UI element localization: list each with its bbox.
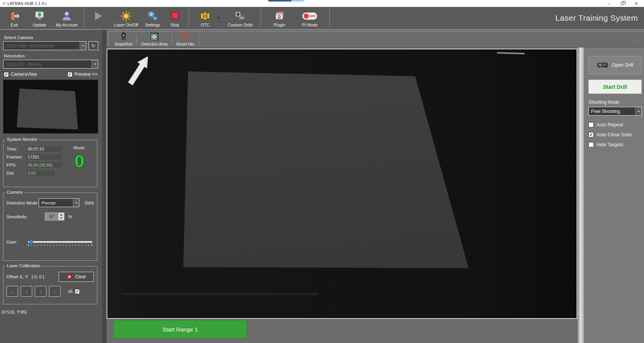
close-icon: ✕: [634, 1, 638, 6]
checkbox-box: [588, 122, 594, 127]
minimize-icon: –: [608, 1, 610, 6]
restore-button[interactable]: [616, 0, 629, 7]
custom-drills-button[interactable]: Custom Drills: [223, 7, 258, 29]
laser-calibration-title: Laser Calibration: [5, 263, 42, 268]
gain-slider[interactable]: [28, 239, 92, 246]
start-drill-label: Start Drill: [603, 84, 627, 90]
camera-live-view[interactable]: [107, 49, 577, 319]
close-button[interactable]: ✕: [629, 0, 643, 7]
pi-mode-state: OFF: [309, 15, 315, 18]
laser-on-off-button[interactable]: Laser On/Off: [111, 7, 141, 29]
clear-x-icon: [67, 274, 72, 279]
panel-divider: [577, 47, 584, 343]
offset-left-button[interactable]: ←: [7, 286, 18, 297]
settings-button[interactable]: Settings: [141, 7, 164, 29]
my-account-button[interactable]: My Account: [52, 7, 81, 29]
left-arrow-icon: ←: [10, 288, 15, 295]
open-drill-button[interactable]: Open Drill: [588, 56, 642, 74]
fps-label: FPS:: [7, 163, 26, 167]
drill-panel: Open Drill Start Drill Shooting Mode Fre…: [584, 47, 644, 343]
play-icon: [92, 9, 104, 23]
clear-offset-button[interactable]: Clear: [59, 272, 94, 282]
subtoolbar-separator: [136, 34, 137, 45]
detection-mode-select[interactable]: Precise: [39, 198, 79, 207]
slider-thumb[interactable]: [30, 239, 33, 245]
snapshot-button[interactable]: SnapShot: [111, 32, 136, 47]
otc-dropdown-caret-icon[interactable]: [217, 17, 220, 20]
pi-mode-label: PI Mode: [302, 23, 318, 27]
offset-up-button[interactable]: ↑: [21, 286, 32, 297]
caret-up-icon: [60, 213, 62, 216]
clear-label: Clear: [75, 274, 86, 279]
ceiling-highlight: [497, 52, 525, 54]
start-range-button[interactable]: Start Range 1: [113, 320, 247, 338]
check-icon: ✓: [76, 289, 79, 294]
time-value: 00:07:10: [26, 145, 62, 152]
stop-button[interactable]: Stop: [164, 7, 186, 29]
shooting-mode-select[interactable]: Free Shooting: [588, 107, 642, 116]
app-title: Laser Training System: [555, 13, 638, 23]
reset-circular-arrows-icon: [181, 32, 190, 42]
refresh-cameras-button[interactable]: ↻: [89, 41, 98, 50]
sensitivity-value[interactable]: 97: [45, 212, 59, 220]
right-arrow-icon: →: [52, 288, 58, 295]
sensitivity-label: Sensitivity:: [7, 214, 42, 219]
pi-mode-toggle-icon: OFF: [302, 9, 317, 23]
x5-checkbox[interactable]: x5 ✓: [68, 289, 80, 294]
exit-icon: [8, 9, 20, 23]
detection-area-label: Detection Area: [141, 42, 168, 46]
shots-label: Shots:: [73, 145, 86, 150]
plugin-button[interactable]: Plugin: [266, 7, 293, 29]
otc-targets-icon: [199, 9, 211, 23]
sensitivity-stepper[interactable]: 97: [45, 212, 64, 220]
subtoolbar-separator: [172, 34, 172, 45]
hide-targets-label: Hide Targets: [596, 142, 623, 147]
hide-targets-checkbox[interactable]: Hide Targets: [588, 142, 642, 147]
toolbar-overflow-button[interactable]: ...: [632, 37, 639, 42]
resolution-select[interactable]: 1280x720 - MJPeg: [3, 60, 98, 69]
titlebar: H LATRAS HUB 1.1.0.r – ✕: [0, 0, 644, 7]
auto-close-stats-checkbox[interactable]: ✓ Auto Close Stats: [588, 132, 642, 137]
camera-select[interactable]: C922 USB - MJPG/1080P: [3, 41, 86, 50]
webcam-icon: [119, 32, 128, 42]
auto-close-stats-label: Auto Close Stats: [596, 132, 632, 137]
detection-area-button[interactable]: Detection Area: [138, 32, 171, 47]
laser-sun-icon: [120, 9, 132, 23]
camera-group: Camera Detection Mode: Precise DAS Sensi…: [3, 193, 97, 261]
my-account-label: My Account: [56, 23, 78, 27]
sensitivity-down-button[interactable]: [59, 217, 64, 220]
system-monitor-title: System Monitor: [5, 137, 39, 142]
gain-label: Gain:: [7, 240, 28, 244]
update-button[interactable]: Update: [27, 7, 52, 29]
checkbox-box: ✓: [67, 72, 72, 77]
offset-right-button[interactable]: →: [49, 286, 61, 297]
projection-screen: [107, 49, 577, 318]
sensitivity-up-button[interactable]: [59, 213, 64, 217]
open-drill-label: Open Drill: [612, 62, 633, 68]
restore-icon: [621, 2, 624, 5]
toolbar-grip-handle[interactable]: [108, 33, 110, 46]
preview-projection-screen: [3, 80, 98, 133]
check-icon: ✓: [68, 72, 72, 77]
slider-ticks: [28, 244, 92, 246]
frames-label: Frames:: [7, 155, 26, 159]
checkbox-box: ✓: [4, 72, 9, 77]
camera-view-checkbox[interactable]: ✓ CameraView: [4, 72, 37, 77]
auto-repeat-checkbox[interactable]: Auto Repeat: [588, 122, 642, 127]
reset-hits-button[interactable]: Reset hits: [173, 32, 198, 47]
pi-mode-button[interactable]: OFF PI Mode: [293, 7, 327, 29]
check-icon: ✓: [5, 72, 8, 77]
main-toolbar: Exit Update My Account Laser On/Off Sett…: [0, 7, 644, 30]
camera-sub-toolbar: SnapShot Detection Area Reset hits ...: [107, 31, 644, 47]
exit-button[interactable]: Exit: [2, 7, 27, 29]
slider-track[interactable]: [28, 241, 92, 243]
caret-down-icon: [60, 217, 62, 220]
offset-down-button[interactable]: ↓: [35, 286, 46, 297]
minimize-button[interactable]: –: [602, 0, 616, 7]
reset-hits-label: Reset hits: [176, 42, 194, 46]
otc-button[interactable]: OTC: [193, 7, 217, 29]
play-button[interactable]: [87, 7, 108, 29]
background-window-sliver: [268, 0, 304, 2]
start-drill-button[interactable]: Start Drill: [588, 80, 642, 94]
preview-checkbox[interactable]: ✓ Preview >>: [67, 72, 97, 77]
